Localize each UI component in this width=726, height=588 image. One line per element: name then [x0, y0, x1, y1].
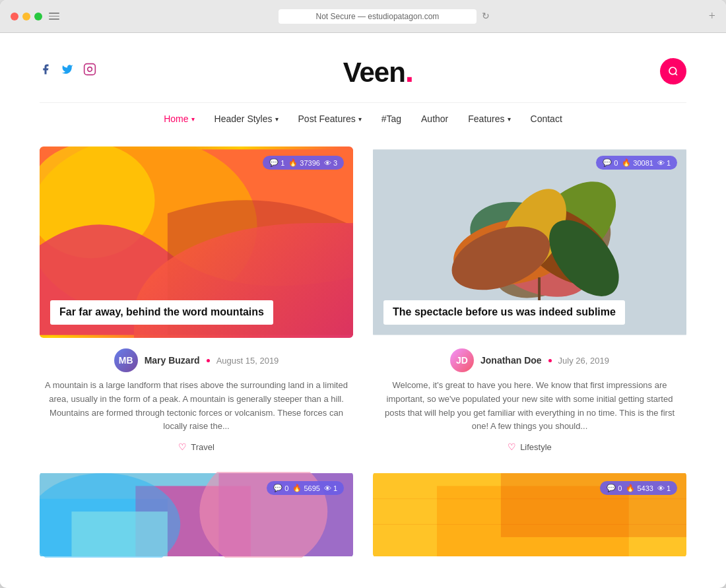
close-dot[interactable]: [11, 13, 18, 20]
comment-count-4: 0: [618, 484, 622, 492]
post-date-1: August 15, 2019: [216, 356, 279, 366]
nav-author-label: Author: [421, 114, 448, 124]
browser-chrome: Not Secure — estudiopatagon.com ↻ +: [0, 0, 726, 33]
nav-item-header-styles[interactable]: Header Styles ▾: [214, 114, 279, 124]
likes-stat-4: 🔥 5433: [626, 484, 653, 492]
category-label-1[interactable]: Travel: [191, 442, 214, 452]
chevron-down-icon: ▾: [275, 115, 279, 123]
facebook-icon[interactable]: [40, 63, 51, 79]
likes-count-2: 30081: [633, 159, 653, 167]
nav-header-styles-label: Header Styles: [214, 114, 273, 124]
instagram-icon[interactable]: [83, 63, 96, 79]
comments-stat-3: 💬 0: [273, 484, 288, 492]
comment-count-2: 0: [614, 159, 618, 167]
post-card-4: 💬 0 🔥 5433 👁 1: [373, 472, 686, 558]
post-title-1: Far far away, behind the word mountains: [59, 306, 264, 317]
nav-tag-label: #Tag: [381, 114, 401, 124]
sidebar-icon[interactable]: [49, 13, 59, 20]
comment-icon-2: 💬: [603, 158, 612, 167]
twitter-icon[interactable]: [61, 63, 74, 79]
likes-count-3: 5695: [304, 484, 319, 492]
nav-contact-label: Contact: [531, 114, 562, 124]
svg-point-2: [669, 67, 676, 75]
header-top: Veen.: [40, 53, 686, 102]
likes-stat: 🔥 37396: [288, 158, 320, 167]
author-name-2[interactable]: Jonathan Doe: [480, 355, 542, 366]
post-excerpt-2: Welcome, it's great to have you here. We…: [373, 379, 686, 434]
nav-item-author[interactable]: Author: [421, 114, 448, 124]
search-button[interactable]: [660, 58, 686, 84]
post-title-2: The spectacle before us was indeed subli…: [393, 306, 616, 317]
avatar-image-1: MB: [114, 348, 138, 372]
meta-separator-2: [548, 359, 552, 362]
logo-text: Veen: [343, 57, 405, 88]
browser-dots: [11, 13, 42, 20]
avatar-image-2: JD: [450, 348, 474, 372]
likes-count: 37396: [300, 159, 320, 167]
site-header: Veen. Home ▾ Header Styles ▾: [0, 33, 726, 140]
eye-icon: 👁: [324, 159, 331, 167]
browser-window: Not Secure — estudiopatagon.com ↻ +: [0, 0, 726, 588]
comment-icon: 💬: [269, 158, 279, 167]
post-meta-1: MB Mary Buzard August 15, 2019: [40, 338, 353, 379]
nav-post-features-label: Post Features: [298, 114, 356, 124]
comment-count-3: 0: [284, 484, 288, 492]
refresh-button[interactable]: ↻: [482, 11, 490, 22]
nav-item-home[interactable]: Home ▾: [164, 114, 194, 124]
nav-home-label: Home: [164, 114, 188, 124]
likes-stat-3: 🔥 5695: [292, 484, 319, 492]
posts-grid: 💬 1 🔥 37396 👁 3: [40, 147, 686, 558]
eye-icon-4: 👁: [657, 484, 665, 492]
post-image-2[interactable]: 💬 0 🔥 30081 👁 1: [373, 147, 686, 338]
post-stats-badge-4: 💬 0 🔥 5433 👁 1: [600, 481, 677, 495]
chevron-down-icon: ▾: [358, 115, 362, 123]
post-image-3[interactable]: 💬 0 🔥 5695 👁 1: [40, 472, 353, 558]
chevron-down-icon: ▾: [508, 115, 511, 123]
views-stat-4: 👁 1: [657, 484, 671, 492]
post-title-overlay-2[interactable]: The spectacle before us was indeed subli…: [383, 300, 625, 325]
new-tab-button[interactable]: +: [709, 9, 715, 23]
post-title-overlay-1[interactable]: Far far away, behind the word mountains: [50, 300, 273, 325]
comment-count: 1: [280, 159, 284, 167]
fire-icon: 🔥: [288, 158, 298, 167]
views-stat: 👁 3: [324, 159, 337, 167]
site-nav: Home ▾ Header Styles ▾ Post Features ▾ #…: [40, 102, 686, 140]
views-stat-3: 👁 1: [324, 484, 337, 492]
views-count-4: 1: [667, 484, 671, 492]
post-stats-badge-3: 💬 0 🔥 5695 👁 1: [267, 481, 344, 495]
eye-icon-3: 👁: [324, 484, 331, 492]
heart-icon-1: ♡: [178, 441, 187, 452]
header-right: [660, 58, 686, 84]
main-content: 💬 1 🔥 37396 👁 3: [0, 140, 726, 584]
minimize-dot[interactable]: [22, 13, 30, 20]
site-logo[interactable]: Veen.: [343, 53, 413, 89]
post-card-1: 💬 1 🔥 37396 👁 3: [40, 147, 353, 452]
svg-line-3: [675, 73, 677, 75]
eye-icon-2: 👁: [657, 159, 665, 167]
comments-stat-4: 💬 0: [607, 484, 622, 492]
url-display[interactable]: Not Secure — estudiopatagon.com: [279, 9, 477, 24]
nav-item-features[interactable]: Features ▾: [468, 114, 510, 124]
post-stats-badge-2: 💬 0 🔥 30081 👁 1: [596, 156, 677, 170]
fire-icon-2: 🔥: [622, 158, 631, 167]
fullscreen-dot[interactable]: [34, 13, 42, 20]
nav-item-contact[interactable]: Contact: [531, 114, 562, 124]
views-stat-2: 👁 1: [657, 159, 671, 167]
post-excerpt-1: A mountain is a large landform that rise…: [40, 379, 353, 434]
post-card-2: 💬 0 🔥 30081 👁 1: [373, 147, 686, 452]
chevron-down-icon: ▾: [191, 115, 195, 123]
comment-icon-4: 💬: [607, 484, 616, 492]
site-content: Veen. Home ▾ Header Styles ▾: [0, 33, 726, 584]
logo-dot: .: [405, 53, 413, 88]
post-meta-2: JD Jonathan Doe July 26, 2019: [373, 338, 686, 379]
post-image-1[interactable]: 💬 1 🔥 37396 👁 3: [40, 147, 353, 338]
author-name-1[interactable]: Mary Buzard: [145, 355, 200, 366]
post-image-4[interactable]: 💬 0 🔥 5433 👁 1: [373, 472, 686, 558]
post-category-1: ♡ Travel: [40, 434, 353, 452]
nav-item-tag[interactable]: #Tag: [381, 114, 401, 124]
post-category-2: ♡ Lifestyle: [373, 434, 686, 452]
category-label-2[interactable]: Lifestyle: [520, 442, 552, 452]
nav-item-post-features[interactable]: Post Features ▾: [298, 114, 362, 124]
views-count-2: 1: [667, 159, 671, 167]
comments-stat-2: 💬 0: [603, 158, 618, 167]
